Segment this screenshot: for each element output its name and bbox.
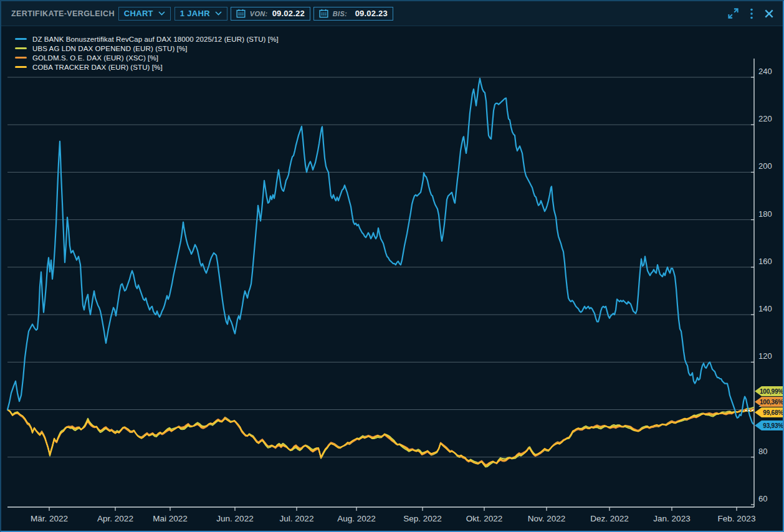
- x-axis-label: Jan. 2023: [653, 514, 690, 523]
- calendar-icon: [236, 9, 246, 18]
- close-icon[interactable]: [764, 9, 774, 19]
- legend-swatch: [15, 57, 27, 59]
- y-axis-label: 60: [758, 494, 767, 503]
- legend-label: COBA TRACKER DAX (EUR) (STU) [%]: [32, 64, 163, 71]
- price-chart[interactable]: 2402202001801601401201008060Mär. 2022Apr…: [1, 1, 784, 532]
- chart-type-dropdown-label: CHART: [124, 9, 153, 18]
- x-axis-label: Jul. 2022: [280, 514, 314, 523]
- expand-icon[interactable]: [727, 7, 739, 19]
- x-axis-label: Sep. 2022: [403, 514, 442, 523]
- y-axis-label: 120: [758, 351, 772, 361]
- date-from-field[interactable]: VON: 09.02.22: [231, 7, 310, 21]
- page-title: ZERTIFIKATE-VERGLEICH: [11, 9, 115, 18]
- y-axis-label: 180: [758, 209, 772, 219]
- legend-item-coba-tracker-dax[interactable]: COBA TRACKER DAX (EUR) (STU) [%]: [15, 62, 279, 72]
- x-axis-label: Dez. 2022: [590, 514, 629, 523]
- certificate-comparison-window: ZERTIFIKATE-VERGLEICH CHART 1 JAHR VON: …: [0, 0, 784, 532]
- last-value-tag-text: 99,68%: [763, 409, 783, 416]
- series-ubs-dax-openend: [7, 407, 753, 467]
- x-axis-label: Mai 2022: [153, 514, 188, 523]
- date-from-label: VON:: [250, 10, 268, 17]
- period-dropdown-label: 1 JAHR: [180, 9, 210, 18]
- x-axis-label: Feb. 2023: [718, 514, 756, 523]
- y-axis-label: 220: [758, 114, 772, 123]
- legend-label: UBS AG LDN DAX OPENEND (EUR) (STU) [%]: [32, 45, 188, 52]
- x-axis-label: Apr. 2022: [97, 514, 133, 523]
- calendar-icon: [319, 9, 328, 18]
- chevron-down-icon: [210, 11, 222, 16]
- legend-label: DZ BANK Bonuszertifikat RevCap auf DAX 1…: [32, 36, 279, 43]
- toolbar: ZERTIFIKATE-VERGLEICH CHART 1 JAHR VON: …: [1, 1, 783, 26]
- chart-legend: DZ BANK Bonuszertifikat RevCap auf DAX 1…: [15, 34, 279, 72]
- y-axis-label: 140: [758, 304, 772, 313]
- x-axis-label: Okt. 2022: [466, 514, 503, 523]
- legend-item-dz-bank-bonus[interactable]: DZ BANK Bonuszertifikat RevCap auf DAX 1…: [15, 34, 279, 44]
- legend-label: GOLDM.S. O.E. DAX (EUR) (XSC) [%]: [32, 54, 158, 62]
- date-to-field[interactable]: BIS: 09.02.23: [313, 7, 393, 21]
- kebab-menu-icon[interactable]: [750, 8, 753, 19]
- x-axis-label: Nov. 2022: [528, 514, 566, 523]
- date-to-value: 09.02.23: [355, 9, 388, 18]
- y-axis-label: 240: [758, 67, 772, 76]
- last-value-tag-text: 100,99%: [760, 388, 783, 395]
- x-axis-label: Jun. 2022: [216, 514, 253, 523]
- y-axis-label: 200: [758, 161, 772, 171]
- last-value-tag-text: 93,93%: [763, 422, 783, 429]
- date-to-label: BIS:: [333, 10, 347, 17]
- chevron-down-icon: [153, 11, 165, 16]
- series-dz-bank-bonus: [7, 78, 753, 424]
- toolbar-actions: [727, 7, 774, 19]
- last-value-tag-text: 100,36%: [760, 399, 783, 406]
- x-axis-label: Mär. 2022: [31, 514, 68, 523]
- legend-swatch: [15, 47, 27, 49]
- legend-item-ubs-dax-openend[interactable]: UBS AG LDN DAX OPENEND (EUR) (STU) [%]: [15, 44, 279, 53]
- chart-type-dropdown[interactable]: CHART: [118, 7, 171, 21]
- legend-swatch: [15, 38, 27, 40]
- period-dropdown[interactable]: 1 JAHR: [174, 7, 227, 21]
- y-axis-label: 160: [758, 257, 772, 266]
- y-axis-label: 80: [758, 447, 767, 456]
- date-from-value: 09.02.22: [272, 9, 305, 18]
- x-axis-label: Aug. 2022: [337, 514, 376, 523]
- legend-item-goldman-dax[interactable]: GOLDM.S. O.E. DAX (EUR) (XSC) [%]: [15, 53, 279, 62]
- legend-swatch: [15, 66, 27, 68]
